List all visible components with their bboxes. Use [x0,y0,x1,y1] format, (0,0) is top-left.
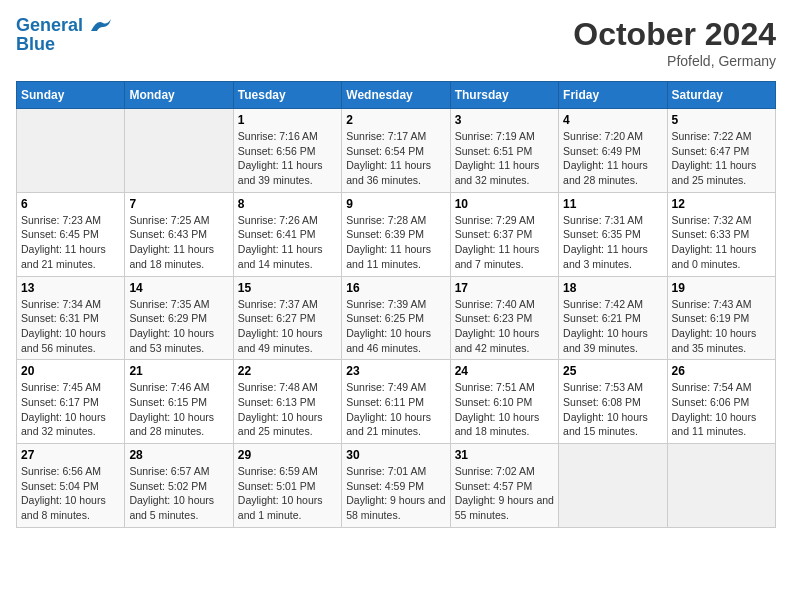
day-number: 8 [238,197,337,211]
month-title: October 2024 [573,16,776,53]
day-info: Sunrise: 7:42 AMSunset: 6:21 PMDaylight:… [563,297,662,356]
day-info: Sunrise: 7:49 AMSunset: 6:11 PMDaylight:… [346,380,445,439]
day-number: 14 [129,281,228,295]
calendar-cell: 4Sunrise: 7:20 AMSunset: 6:49 PMDaylight… [559,109,667,193]
calendar-cell: 20Sunrise: 7:45 AMSunset: 6:17 PMDayligh… [17,360,125,444]
week-row-2: 6Sunrise: 7:23 AMSunset: 6:45 PMDaylight… [17,192,776,276]
day-info: Sunrise: 7:54 AMSunset: 6:06 PMDaylight:… [672,380,771,439]
day-number: 6 [21,197,120,211]
day-info: Sunrise: 7:02 AMSunset: 4:57 PMDaylight:… [455,464,554,523]
calendar-cell: 26Sunrise: 7:54 AMSunset: 6:06 PMDayligh… [667,360,775,444]
day-info: Sunrise: 7:26 AMSunset: 6:41 PMDaylight:… [238,213,337,272]
day-number: 3 [455,113,554,127]
day-number: 11 [563,197,662,211]
calendar-cell: 6Sunrise: 7:23 AMSunset: 6:45 PMDaylight… [17,192,125,276]
day-info: Sunrise: 7:23 AMSunset: 6:45 PMDaylight:… [21,213,120,272]
calendar-cell: 11Sunrise: 7:31 AMSunset: 6:35 PMDayligh… [559,192,667,276]
weekday-header-monday: Monday [125,82,233,109]
day-info: Sunrise: 7:39 AMSunset: 6:25 PMDaylight:… [346,297,445,356]
calendar-cell [559,444,667,528]
calendar-cell: 10Sunrise: 7:29 AMSunset: 6:37 PMDayligh… [450,192,558,276]
calendar-cell: 8Sunrise: 7:26 AMSunset: 6:41 PMDaylight… [233,192,341,276]
calendar-cell: 14Sunrise: 7:35 AMSunset: 6:29 PMDayligh… [125,276,233,360]
calendar-cell: 29Sunrise: 6:59 AMSunset: 5:01 PMDayligh… [233,444,341,528]
logo-text: General [16,16,112,36]
day-number: 24 [455,364,554,378]
day-number: 27 [21,448,120,462]
weekday-header-wednesday: Wednesday [342,82,450,109]
calendar-cell: 25Sunrise: 7:53 AMSunset: 6:08 PMDayligh… [559,360,667,444]
calendar-cell: 31Sunrise: 7:02 AMSunset: 4:57 PMDayligh… [450,444,558,528]
day-number: 5 [672,113,771,127]
calendar-cell: 3Sunrise: 7:19 AMSunset: 6:51 PMDaylight… [450,109,558,193]
day-number: 18 [563,281,662,295]
calendar-cell: 13Sunrise: 7:34 AMSunset: 6:31 PMDayligh… [17,276,125,360]
day-number: 13 [21,281,120,295]
location: Pfofeld, Germany [573,53,776,69]
calendar-cell: 16Sunrise: 7:39 AMSunset: 6:25 PMDayligh… [342,276,450,360]
day-number: 9 [346,197,445,211]
day-info: Sunrise: 7:40 AMSunset: 6:23 PMDaylight:… [455,297,554,356]
calendar-cell: 23Sunrise: 7:49 AMSunset: 6:11 PMDayligh… [342,360,450,444]
day-info: Sunrise: 7:53 AMSunset: 6:08 PMDaylight:… [563,380,662,439]
day-number: 23 [346,364,445,378]
calendar-cell: 2Sunrise: 7:17 AMSunset: 6:54 PMDaylight… [342,109,450,193]
day-number: 28 [129,448,228,462]
calendar-cell: 7Sunrise: 7:25 AMSunset: 6:43 PMDaylight… [125,192,233,276]
day-info: Sunrise: 7:43 AMSunset: 6:19 PMDaylight:… [672,297,771,356]
week-row-3: 13Sunrise: 7:34 AMSunset: 6:31 PMDayligh… [17,276,776,360]
calendar-cell: 24Sunrise: 7:51 AMSunset: 6:10 PMDayligh… [450,360,558,444]
day-number: 20 [21,364,120,378]
day-number: 31 [455,448,554,462]
day-number: 7 [129,197,228,211]
title-block: October 2024 Pfofeld, Germany [573,16,776,69]
day-number: 25 [563,364,662,378]
calendar-cell [125,109,233,193]
day-info: Sunrise: 7:28 AMSunset: 6:39 PMDaylight:… [346,213,445,272]
weekday-header-thursday: Thursday [450,82,558,109]
day-info: Sunrise: 7:19 AMSunset: 6:51 PMDaylight:… [455,129,554,188]
day-info: Sunrise: 6:57 AMSunset: 5:02 PMDaylight:… [129,464,228,523]
day-info: Sunrise: 6:59 AMSunset: 5:01 PMDaylight:… [238,464,337,523]
day-info: Sunrise: 7:48 AMSunset: 6:13 PMDaylight:… [238,380,337,439]
weekday-header-saturday: Saturday [667,82,775,109]
day-number: 29 [238,448,337,462]
day-number: 4 [563,113,662,127]
day-number: 26 [672,364,771,378]
day-number: 17 [455,281,554,295]
day-number: 10 [455,197,554,211]
calendar-cell: 18Sunrise: 7:42 AMSunset: 6:21 PMDayligh… [559,276,667,360]
day-info: Sunrise: 7:01 AMSunset: 4:59 PMDaylight:… [346,464,445,523]
calendar-cell: 19Sunrise: 7:43 AMSunset: 6:19 PMDayligh… [667,276,775,360]
day-number: 15 [238,281,337,295]
week-row-1: 1Sunrise: 7:16 AMSunset: 6:56 PMDaylight… [17,109,776,193]
day-info: Sunrise: 7:20 AMSunset: 6:49 PMDaylight:… [563,129,662,188]
weekday-header-tuesday: Tuesday [233,82,341,109]
day-info: Sunrise: 6:56 AMSunset: 5:04 PMDaylight:… [21,464,120,523]
calendar-cell: 9Sunrise: 7:28 AMSunset: 6:39 PMDaylight… [342,192,450,276]
day-info: Sunrise: 7:16 AMSunset: 6:56 PMDaylight:… [238,129,337,188]
day-number: 2 [346,113,445,127]
day-info: Sunrise: 7:46 AMSunset: 6:15 PMDaylight:… [129,380,228,439]
day-info: Sunrise: 7:35 AMSunset: 6:29 PMDaylight:… [129,297,228,356]
day-number: 19 [672,281,771,295]
day-number: 21 [129,364,228,378]
calendar-cell: 15Sunrise: 7:37 AMSunset: 6:27 PMDayligh… [233,276,341,360]
day-info: Sunrise: 7:37 AMSunset: 6:27 PMDaylight:… [238,297,337,356]
logo: General Blue [16,16,112,55]
week-row-4: 20Sunrise: 7:45 AMSunset: 6:17 PMDayligh… [17,360,776,444]
day-number: 12 [672,197,771,211]
day-info: Sunrise: 7:45 AMSunset: 6:17 PMDaylight:… [21,380,120,439]
calendar-cell: 21Sunrise: 7:46 AMSunset: 6:15 PMDayligh… [125,360,233,444]
weekday-header-sunday: Sunday [17,82,125,109]
day-info: Sunrise: 7:25 AMSunset: 6:43 PMDaylight:… [129,213,228,272]
day-info: Sunrise: 7:31 AMSunset: 6:35 PMDaylight:… [563,213,662,272]
calendar-cell: 28Sunrise: 6:57 AMSunset: 5:02 PMDayligh… [125,444,233,528]
day-info: Sunrise: 7:51 AMSunset: 6:10 PMDaylight:… [455,380,554,439]
weekday-header-friday: Friday [559,82,667,109]
day-number: 16 [346,281,445,295]
calendar-cell [667,444,775,528]
day-info: Sunrise: 7:34 AMSunset: 6:31 PMDaylight:… [21,297,120,356]
week-row-5: 27Sunrise: 6:56 AMSunset: 5:04 PMDayligh… [17,444,776,528]
calendar-cell: 5Sunrise: 7:22 AMSunset: 6:47 PMDaylight… [667,109,775,193]
